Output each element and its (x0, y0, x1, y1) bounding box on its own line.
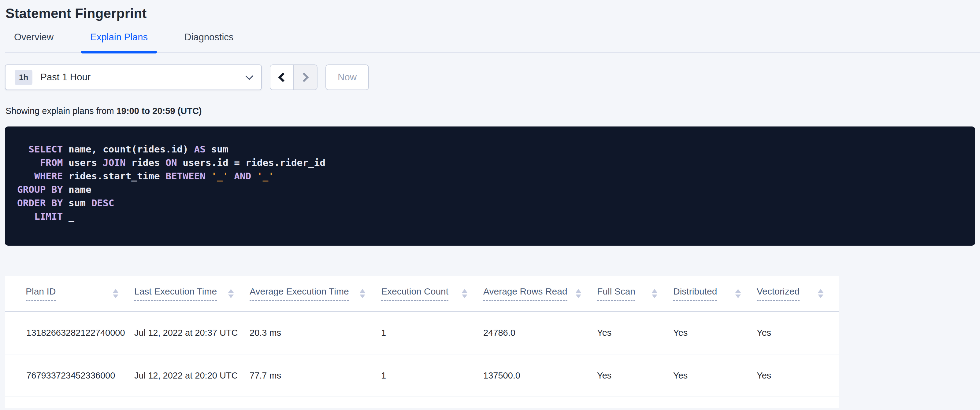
sql-token-lit: '_' (212, 171, 229, 182)
sql-line: SELECT name, count(rides.id) AS sum (17, 142, 963, 156)
column-header-average-execution-time[interactable]: Average Execution Time (250, 286, 381, 301)
sort-icon[interactable] (576, 289, 581, 298)
sort-down-icon (818, 294, 823, 298)
time-range-badge: 1h (15, 70, 32, 85)
sql-token-kw: ORDER BY (17, 197, 63, 208)
sort-icon[interactable] (113, 289, 118, 298)
time-range-dropdown[interactable]: 1h Past 1 Hour (5, 65, 262, 90)
sql-code: SELECT name, count(rides.id) AS sum FROM… (17, 142, 963, 223)
cell-vectorized: Yes (757, 370, 839, 381)
column-header-last-execution-time[interactable]: Last Execution Time (134, 286, 250, 301)
sort-down-icon (735, 294, 741, 298)
cell-distributed: Yes (673, 328, 757, 338)
sql-token-pl (251, 171, 257, 182)
chevron-down-icon (245, 72, 253, 80)
sql-line: FROM users JOIN rides ON users.id = ride… (17, 156, 963, 169)
sql-token-pl (17, 171, 34, 182)
sql-token-kw: DESC (91, 197, 115, 208)
tab-overview[interactable]: Overview (5, 29, 63, 52)
prev-time-button[interactable] (270, 65, 294, 90)
cell-average-execution-time: 20.3 ms (250, 328, 381, 338)
column-header-average-rows-read[interactable]: Average Rows Read (483, 286, 597, 301)
sql-token-pl: name (63, 184, 91, 195)
column-header-plan-id[interactable]: Plan ID (5, 286, 134, 301)
tab-diagnostics-label: Diagnostics (185, 32, 233, 43)
tab-diagnostics[interactable]: Diagnostics (175, 29, 243, 52)
cell-last-execution-time: Jul 12, 2022 at 20:37 UTC (134, 328, 250, 338)
column-header-label: Plan ID (26, 286, 56, 301)
sql-token-lit: '_' (257, 171, 274, 182)
time-range-summary-prefix: Showing explain plans from (5, 106, 116, 116)
sort-icon[interactable] (818, 289, 823, 298)
sql-token-pl (17, 157, 40, 168)
cell-last-execution-time: Jul 12, 2022 at 20:20 UTC (134, 370, 250, 381)
cell-vectorized: Yes (757, 328, 839, 338)
cell-execution-count: 1 (381, 328, 483, 338)
sort-up-icon (228, 289, 234, 293)
chevron-left-icon (278, 73, 288, 82)
time-controls: 1h Past 1 Hour Now (5, 65, 975, 90)
sort-up-icon (735, 289, 741, 293)
sql-token-pl: sum (205, 144, 229, 155)
table-row: 13182663282122740000 Jul 12, 2022 at 20:… (5, 312, 839, 355)
cell-distributed: Yes (673, 370, 757, 381)
sql-token-pl (229, 171, 234, 182)
sort-icon[interactable] (652, 289, 657, 298)
sql-token-kw: BETWEEN (165, 171, 205, 182)
column-header-execution-count[interactable]: Execution Count (381, 286, 483, 301)
tab-explain-plans-label: Explain Plans (90, 32, 148, 43)
sort-down-icon (462, 294, 468, 298)
sql-token-kw: LIMIT (34, 211, 63, 222)
next-time-button[interactable] (294, 65, 317, 90)
column-header-label: Execution Count (381, 286, 449, 301)
sql-token-kw: GROUP BY (17, 184, 63, 195)
cell-full-scan: Yes (597, 328, 673, 338)
cell-average-rows-read: 137500.0 (483, 370, 597, 381)
sort-down-icon (652, 294, 657, 298)
column-header-label: Average Rows Read (483, 286, 567, 301)
sql-token-pl (17, 144, 29, 155)
page-title: Statement Fingerprint (5, 5, 975, 21)
sql-token-pl: _ (63, 211, 74, 222)
sql-token-kw: ON (165, 157, 177, 168)
tab-explain-plans[interactable]: Explain Plans (81, 29, 157, 52)
column-header-vectorized[interactable]: Vectorized (757, 286, 839, 301)
time-range-summary: Showing explain plans from 19:00 to 20:5… (5, 106, 980, 116)
column-header-label: Last Execution Time (134, 286, 217, 301)
sql-token-pl: sum (63, 197, 91, 208)
time-nav-button-group (270, 65, 318, 90)
sql-token-pl: users (63, 157, 103, 168)
sort-icon[interactable] (360, 289, 365, 298)
sql-token-kw: JOIN (103, 157, 126, 168)
page-header: Statement Fingerprint (0, 0, 980, 21)
cell-plan-id: 13182663282122740000 (5, 328, 134, 338)
column-header-distributed[interactable]: Distributed (673, 286, 757, 301)
sort-up-icon (360, 289, 365, 293)
cell-plan-id: 767933723452336000 (5, 370, 134, 381)
active-tab-indicator (81, 51, 157, 54)
tab-overview-label: Overview (14, 32, 54, 43)
tab-bar: Overview Explain Plans Diagnostics (5, 29, 980, 53)
cell-full-scan: Yes (597, 370, 673, 381)
sort-down-icon (360, 294, 365, 298)
sql-token-pl (205, 171, 212, 182)
sort-down-icon (113, 294, 118, 298)
sql-line: ORDER BY sum DESC (17, 196, 963, 210)
sql-token-kw: SELECT (29, 144, 63, 155)
table-row: 767933723452336000 Jul 12, 2022 at 20:20… (5, 355, 839, 397)
sort-icon[interactable] (228, 289, 234, 298)
column-header-full-scan[interactable]: Full Scan (597, 286, 673, 301)
sql-line: GROUP BY name (17, 183, 963, 196)
column-header-label: Distributed (673, 286, 717, 301)
sql-line: LIMIT _ (17, 210, 963, 223)
chevron-right-icon (299, 73, 309, 82)
sql-token-kw: FROM (40, 157, 63, 168)
cell-execution-count: 1 (381, 370, 483, 381)
now-button[interactable]: Now (325, 65, 369, 90)
sort-up-icon (462, 289, 468, 293)
sql-token-kw: AND (234, 171, 251, 182)
column-header-label: Vectorized (757, 286, 800, 301)
sort-icon[interactable] (462, 289, 468, 298)
sort-icon[interactable] (735, 289, 741, 298)
sort-down-icon (228, 294, 234, 298)
